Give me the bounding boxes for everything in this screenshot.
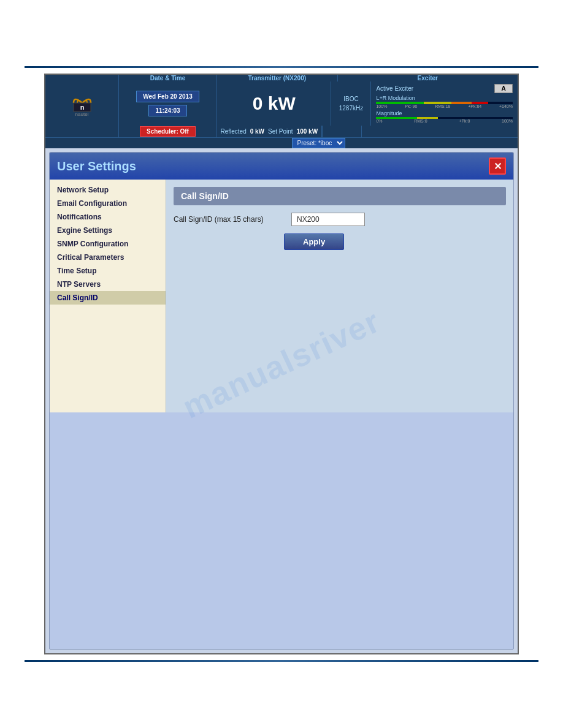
exciter-label: Exciter bbox=[418, 75, 438, 82]
transmitter-power-cell: 0 kW bbox=[217, 82, 331, 126]
iboc-label: IBOC bbox=[343, 96, 358, 102]
setpoint-label: Set Point bbox=[268, 128, 293, 135]
reflected-value: 0 kW bbox=[250, 128, 264, 135]
iboc-bottom-spacer bbox=[322, 126, 362, 137]
transmitter-header-cell: Transmitter (NX200) bbox=[217, 75, 338, 82]
lr-mod-label: L+R Modulation bbox=[376, 95, 513, 101]
date-time-label: Date & Time bbox=[150, 75, 186, 82]
setpoint-value: 100 kW bbox=[297, 128, 318, 135]
content-panel-header: Call Sign/ID bbox=[174, 187, 506, 205]
menu-item-time-setup[interactable]: Time Setup bbox=[50, 264, 166, 278]
call-sign-form-row: Call Sign/ID (max 15 chars) bbox=[174, 213, 506, 226]
menu-item-exgine-settings[interactable]: Exgine Settings bbox=[50, 224, 166, 237]
nautel-logo-svg: n bbox=[69, 91, 96, 113]
active-exciter-button[interactable]: A bbox=[494, 84, 513, 93]
power-display: 0 kW bbox=[253, 93, 296, 114]
apply-button[interactable]: Apply bbox=[284, 233, 344, 250]
main-top-row: n nautel Wed Feb 20 2013 11:24:03 0 kW I… bbox=[45, 82, 518, 126]
top-bar: Date & Time Transmitter (NX200) Exciter bbox=[45, 75, 518, 148]
magnitude-label: Magnitude bbox=[376, 110, 513, 116]
menu-item-snmp-configuration[interactable]: SNMP Configuration bbox=[50, 237, 166, 251]
settings-content-area: Call Sign/ID Call Sign/ID (max 15 chars)… bbox=[166, 180, 513, 412]
date-button[interactable]: Wed Feb 20 2013 bbox=[136, 91, 199, 102]
menu-item-notifications[interactable]: Notifications bbox=[50, 210, 166, 224]
call-sign-form-label: Call Sign/ID (max 15 chars) bbox=[174, 215, 284, 224]
app-container: Date & Time Transmitter (NX200) Exciter bbox=[44, 74, 519, 654]
freq-label: 1287kHz bbox=[339, 105, 363, 112]
bottom-row: Scheduler: Off Reflected 0 kW Set Point … bbox=[45, 126, 518, 137]
svg-text:n: n bbox=[80, 104, 84, 111]
transmitter-label: Transmitter (NX200) bbox=[248, 75, 306, 82]
close-button[interactable]: ✕ bbox=[489, 157, 506, 175]
magnitude-meter bbox=[376, 117, 513, 119]
reflected-bar: Reflected 0 kW Set Point 100 kW bbox=[217, 126, 322, 137]
exciter-bottom-spacer bbox=[362, 126, 518, 137]
logo-cell: n nautel bbox=[45, 82, 119, 126]
nautel-brand-text: nautel bbox=[75, 112, 89, 117]
time-button[interactable]: 11:24:03 bbox=[148, 105, 186, 116]
bottom-border-line bbox=[25, 660, 538, 662]
menu-item-critical-parameters[interactable]: Critical Parameters bbox=[50, 251, 166, 264]
active-exciter-label: Active Exciter bbox=[376, 85, 413, 92]
date-time-cell: Wed Feb 20 2013 11:24:03 bbox=[119, 82, 217, 126]
reflected-label: Reflected bbox=[220, 128, 246, 135]
lr-mod-meter bbox=[376, 102, 513, 104]
logo-bottom-spacer bbox=[45, 126, 119, 137]
settings-header: User Settings ✕ bbox=[50, 153, 513, 180]
call-sign-input[interactable] bbox=[291, 213, 365, 226]
lr-mod-labels: 100% Pk:-90 RMS:18 +Pk:64 +140% bbox=[376, 104, 513, 108]
nautel-logo: n nautel bbox=[69, 91, 96, 117]
section-headers: Date & Time Transmitter (NX200) Exciter bbox=[45, 75, 518, 82]
settings-body: Network Setup Email Configuration Notifi… bbox=[50, 180, 513, 412]
preset-select[interactable]: Preset: *iboc bbox=[292, 138, 345, 148]
iboc-cell: IBOC 1287kHz bbox=[331, 82, 371, 126]
settings-menu: Network Setup Email Configuration Notifi… bbox=[50, 180, 166, 412]
menu-item-network-setup[interactable]: Network Setup bbox=[50, 183, 166, 197]
content-panel-title: Call Sign/ID bbox=[181, 191, 229, 201]
logo-header-spacer bbox=[45, 75, 119, 82]
exciter-cell: Active Exciter A L+R Modulation 100% Pk:… bbox=[371, 82, 518, 126]
top-border-line bbox=[25, 66, 538, 68]
settings-title: User Settings bbox=[57, 159, 136, 173]
menu-item-call-sign-id[interactable]: Call Sign/ID bbox=[50, 291, 166, 305]
exciter-header-cell: Exciter bbox=[338, 75, 518, 82]
date-time-header: Date & Time bbox=[119, 75, 217, 82]
menu-item-email-configuration[interactable]: Email Configuration bbox=[50, 197, 166, 210]
menu-item-ntp-servers[interactable]: NTP Servers bbox=[50, 278, 166, 291]
magnitude-labels: 0% RMS:0 +Pk:0 100% bbox=[376, 119, 513, 123]
scheduler-button[interactable]: Scheduler: Off bbox=[140, 126, 196, 137]
preset-row: Preset: *iboc bbox=[45, 137, 518, 148]
user-settings-container: User Settings ✕ Network Setup Email Conf… bbox=[49, 152, 514, 650]
